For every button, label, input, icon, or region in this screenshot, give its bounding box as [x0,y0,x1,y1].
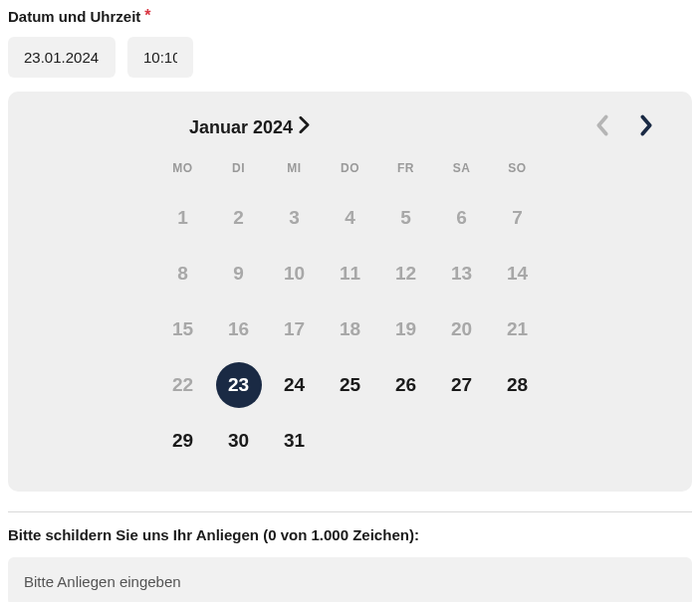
weekday-header: FR [378,155,434,185]
calendar-day: 8 [155,251,211,297]
calendar-day: 16 [211,306,267,352]
weekday-header: MO [155,155,211,185]
calendar-day[interactable]: 30 [211,418,267,464]
chevron-right-icon [639,114,653,140]
calendar-day: 14 [490,251,546,297]
calendar-day: 21 [490,306,546,352]
calendar-day[interactable]: 31 [267,418,323,464]
calendar-day[interactable]: 29 [155,418,211,464]
calendar-day: 15 [155,306,211,352]
month-selector[interactable]: Januar 2024 [189,116,310,138]
weekday-header: DO [323,155,378,185]
calendar-day: 18 [323,306,378,352]
chevron-left-icon [595,114,609,140]
weekday-header: DI [211,155,267,185]
required-star: * [144,8,150,24]
calendar-day[interactable]: 25 [323,362,378,408]
calendar-day[interactable]: 24 [267,362,323,408]
concern-textarea[interactable] [8,557,692,602]
calendar-day: 22 [155,362,211,408]
datetime-inputs [8,37,692,78]
weekday-header: SA [434,155,490,185]
weekday-header: SO [490,155,546,185]
calendar-day[interactable]: 28 [490,362,546,408]
month-label-text: Januar 2024 [189,117,293,138]
calendar-day[interactable]: 27 [434,362,490,408]
calendar-day: 4 [323,195,378,241]
next-month-button[interactable] [632,113,660,141]
chevron-right-icon [299,116,310,138]
date-input[interactable] [8,37,116,78]
calendar-day: 5 [378,195,434,241]
calendar-day: 10 [267,251,323,297]
calendar-day: 19 [378,306,434,352]
calendar-day: 20 [434,306,490,352]
prev-month-button [588,113,616,141]
calendar-header: Januar 2024 [34,113,666,141]
calendar-grid: MODIMIDOFRSASO12345678910111213141516171… [34,155,666,464]
calendar-day: 11 [323,251,378,297]
calendar-day: 2 [211,195,267,241]
calendar-day: 7 [490,195,546,241]
calendar-day: 6 [434,195,490,241]
section-divider [8,511,692,512]
datetime-label-text: Datum und Uhrzeit [8,8,140,25]
calendar-day: 12 [378,251,434,297]
weekday-header: MI [267,155,323,185]
calendar-day: 1 [155,195,211,241]
calendar-day: 9 [211,251,267,297]
concern-label: Bitte schildern Sie uns Ihr Anliegen (0 … [8,526,692,543]
calendar-day: 17 [267,306,323,352]
calendar-day: 13 [434,251,490,297]
time-input[interactable] [127,37,193,78]
datetime-label: Datum und Uhrzeit * [8,8,692,25]
calendar-day[interactable]: 26 [378,362,434,408]
calendar: Januar 2024 MODIMIDOFRSASO12345678910111… [8,92,692,492]
calendar-day: 3 [267,195,323,241]
calendar-day[interactable]: 23 [216,362,262,408]
